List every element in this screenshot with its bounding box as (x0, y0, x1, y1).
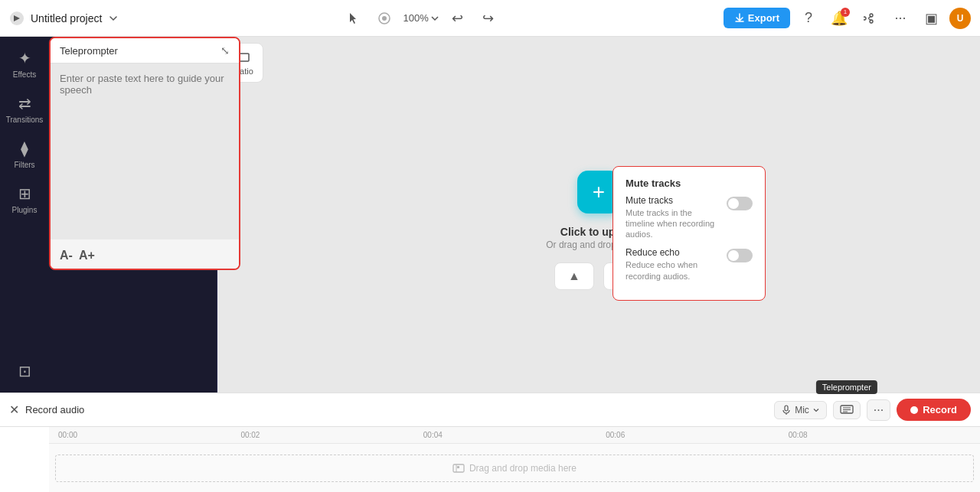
mute-tracks-row: Mute tracks Mute tracks in the timeline … (626, 195, 753, 240)
help-button[interactable]: ? (796, 6, 821, 31)
layout-button[interactable]: ▣ (919, 6, 943, 31)
ruler-mark-2: 00:04 (423, 431, 606, 439)
teleprompter-title: Teleprompter (60, 45, 118, 57)
export-button[interactable]: Export (724, 8, 790, 28)
sidebar-item-effects[interactable]: ✦ Effects (3, 43, 46, 85)
sidebar-item-label: Effects (13, 70, 36, 79)
mic-icon (781, 405, 792, 415)
hand-icon (377, 11, 391, 25)
zoom-level: 100% (403, 12, 428, 24)
record-close-button[interactable]: ✕ (9, 402, 19, 417)
drag-drop-area[interactable]: Drag and drop media here (55, 455, 974, 482)
undo-button[interactable]: ↩ (446, 6, 470, 31)
timeline-ruler: 00:00 00:02 00:04 00:06 00:08 (49, 427, 980, 444)
grid-icon: ⊡ (18, 362, 31, 380)
mic-select[interactable]: Mic (774, 401, 827, 419)
sidebar-item-label: Plugins (12, 206, 38, 214)
cursor-tool-button[interactable] (341, 6, 366, 31)
user-avatar[interactable]: U (949, 8, 971, 29)
record-dot-icon (910, 406, 918, 414)
topbar-left: Untitled project (9, 11, 119, 26)
topbar-center: 100% ↩ ↪ (125, 6, 717, 31)
share-icon (864, 12, 876, 24)
drag-drop-text: Drag and drop media here (452, 462, 577, 474)
plugins-icon: ⊞ (18, 184, 31, 203)
sidebar-item-label: Transitions (6, 116, 44, 124)
timeline-tracks: Drag and drop media here (49, 444, 980, 492)
teleprompter-toggle-button[interactable]: Teleprompter (833, 401, 861, 419)
teleprompter-close-button[interactable]: ⤡ (220, 44, 230, 57)
reduce-echo-label: Reduce echo (626, 247, 720, 258)
ruler-marks: 00:00 00:02 00:04 00:06 00:08 (58, 431, 971, 439)
notification-badge: 1 (841, 8, 850, 17)
record-more-button[interactable]: ··· (867, 399, 890, 421)
export-icon (734, 13, 745, 24)
mute-popup-title: Mute tracks (626, 178, 753, 189)
cloud-upload-button[interactable]: ▲ (554, 262, 594, 290)
project-dropdown-icon[interactable] (108, 13, 119, 24)
effects-icon: ✦ (18, 49, 31, 67)
reduce-echo-header: Reduce echo Reduce echo when recording a… (626, 247, 753, 282)
media-panel: Teleprompter ⤡ A- A+ There's nothing yet… (49, 37, 217, 393)
sidebar-bottom: ⊡ (3, 356, 46, 386)
mic-label: Mic (795, 405, 809, 415)
filters-icon: ⧫ (21, 139, 28, 158)
ruler-mark-4: 00:08 (789, 431, 971, 439)
media-icon (452, 462, 465, 474)
record-label: Record (923, 404, 957, 415)
record-bar-title: Record audio (25, 404, 768, 415)
ruler-mark-3: 00:06 (606, 431, 788, 439)
sidebar-item-filters[interactable]: ⧫ Filters (3, 133, 46, 175)
transitions-icon: ⇄ (18, 94, 31, 112)
main-content: ✦ Effects ⇄ Transitions ⧫ Filters ⊞ Plug… (0, 37, 980, 393)
reduce-echo-toggle[interactable] (727, 249, 753, 262)
teleprompter-footer: A- A+ (51, 243, 239, 269)
record-button[interactable]: Record (897, 399, 971, 421)
svg-rect-4 (785, 406, 788, 411)
plus-icon: + (593, 181, 605, 203)
mic-dropdown-icon (812, 406, 820, 414)
font-decrease-button[interactable]: A- (60, 249, 73, 262)
export-label: Export (748, 12, 779, 24)
mute-tracks-toggle[interactable] (727, 197, 753, 210)
mute-tracks-header: Mute tracks Mute tracks in the timeline … (626, 195, 753, 240)
canvas-area: Ratio + Click to upload Or drag and drop… (217, 37, 980, 393)
mute-tracks-label: Mute tracks (626, 195, 720, 206)
app-logo-icon (9, 11, 24, 26)
sidebar-item-transitions[interactable]: ⇄ Transitions (3, 88, 46, 130)
reduce-echo-row: Reduce echo Reduce echo when recording a… (626, 247, 753, 282)
redo-button[interactable]: ↪ (476, 6, 501, 31)
svg-point-2 (382, 16, 387, 21)
record-bar: ✕ Record audio Mic Teleprompter ··· Reco… (0, 393, 980, 427)
drag-drop-label: Drag and drop media here (469, 463, 577, 474)
sidebar-item-label: Filters (14, 161, 34, 169)
sidebar-item-plugins[interactable]: ⊞ Plugins (3, 178, 46, 220)
topbar-right: Export ? 🔔 1 ··· ▣ U (724, 6, 971, 31)
hand-tool-button[interactable] (372, 6, 397, 31)
notification-button[interactable]: 🔔 1 (827, 6, 851, 31)
topbar: Untitled project 100% ↩ ↪ Export ? 🔔 1 (0, 0, 980, 37)
zoom-dropdown-icon (430, 14, 439, 23)
sidebar-item-bottom[interactable]: ⊡ (3, 356, 46, 386)
svg-rect-12 (457, 466, 459, 468)
share-button[interactable] (858, 6, 882, 31)
teleprompter-header: Teleprompter ⤡ (51, 38, 239, 64)
cursor-icon (347, 11, 361, 25)
reduce-echo-desc: Reduce echo when recording audios. (626, 259, 720, 282)
timeline-area: ✕ Record audio Mic Teleprompter ··· Reco… (0, 393, 980, 492)
left-sidebar: ✦ Effects ⇄ Transitions ⧫ Filters ⊞ Plug… (0, 37, 49, 393)
more-options-button[interactable]: ··· (888, 6, 913, 31)
zoom-control[interactable]: 100% (403, 12, 439, 24)
teleprompter-icon (840, 405, 854, 415)
ruler-mark-0: 00:00 (58, 431, 240, 439)
mute-tracks-popup: Mute tracks Mute tracks Mute tracks in t… (612, 166, 766, 301)
mute-tracks-info: Mute tracks Mute tracks in the timeline … (626, 195, 720, 240)
font-increase-button[interactable]: A+ (79, 249, 95, 262)
project-name: Untitled project (31, 12, 102, 24)
teleprompter-panel: Teleprompter ⤡ A- A+ (49, 37, 240, 270)
teleprompter-textarea[interactable] (51, 64, 239, 239)
mute-tracks-desc: Mute tracks in the timeline when recordi… (626, 207, 720, 240)
ruler-mark-1: 00:02 (240, 431, 423, 439)
reduce-echo-info: Reduce echo Reduce echo when recording a… (626, 247, 720, 282)
